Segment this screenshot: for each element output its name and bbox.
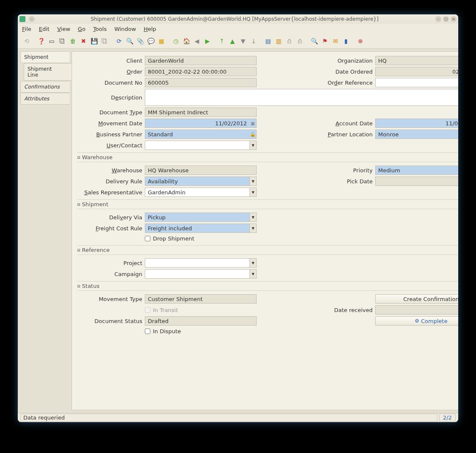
product-icon[interactable]: ▮ <box>341 36 351 46</box>
field-date-received[interactable] <box>375 305 458 315</box>
menu-tools[interactable]: Tools <box>93 26 107 32</box>
field-campaign[interactable]: ▼ <box>145 269 257 279</box>
back-icon[interactable]: ◀ <box>192 36 202 46</box>
field-freight-cost-rule[interactable]: Freight included ▼ <box>145 224 257 233</box>
label-partner-location: Partner Location <box>303 131 375 138</box>
field-pick-date[interactable] <box>375 177 458 186</box>
saveall-icon[interactable]: ⿻ <box>100 36 109 46</box>
label-client: Client <box>77 58 145 64</box>
print-icon[interactable]: ⎙ <box>295 36 304 46</box>
menu-go[interactable]: Go <box>78 26 86 32</box>
close-icon[interactable]: × <box>451 16 457 22</box>
archive-icon[interactable]: ▥ <box>274 36 283 46</box>
field-project[interactable]: ▼ <box>145 258 257 268</box>
chevron-down-icon[interactable]: ▼ <box>249 188 256 196</box>
menu-window[interactable]: Window <box>114 26 136 32</box>
exit-icon[interactable]: ⊗ <box>356 36 365 46</box>
label-description: Description <box>77 94 145 101</box>
tab-attributes[interactable]: Attributes <box>20 93 69 105</box>
field-user-contact[interactable]: ▼ <box>145 141 257 150</box>
field-delivery-via[interactable]: Pickup ▼ <box>145 213 257 222</box>
up-icon[interactable]: ▲ <box>228 36 237 46</box>
save-icon[interactable]: 💾 <box>89 36 99 46</box>
field-warehouse[interactable]: HQ Warehouse <box>145 166 257 175</box>
menu-help[interactable]: Help <box>144 26 156 32</box>
print-preview-icon[interactable]: ⎙ <box>285 36 294 46</box>
delete-icon[interactable]: 🗑 <box>68 36 77 46</box>
create-confirmation-button[interactable]: Create Confirmation <box>375 294 458 304</box>
chevron-down-icon[interactable]: ▼ <box>249 270 256 278</box>
field-order[interactable]: 80001_2002-02-22 00:00:00 <box>145 67 257 76</box>
delete2-icon[interactable]: ✖ <box>79 36 88 46</box>
forward-icon[interactable]: ▶ <box>203 36 212 46</box>
workflow-icon[interactable]: ⚑ <box>320 36 329 46</box>
chevron-down-icon[interactable]: ▼ <box>249 224 256 232</box>
label-account-date: Account Date <box>303 120 375 127</box>
label-document-status: Document Status <box>77 318 145 324</box>
report-icon[interactable]: ▤ <box>263 36 273 46</box>
undo-icon[interactable]: ⟲ <box>22 36 31 46</box>
field-partner-location[interactable]: Monroe ▼ <box>375 130 458 139</box>
menubar: File Edit View Go Tools Window Help <box>18 24 458 34</box>
field-sales-rep[interactable]: GardenAdmin ▼ <box>145 188 257 197</box>
down-icon[interactable]: ▼ <box>238 36 248 46</box>
tab-shipment-line[interactable]: ShipmentLine <box>24 63 74 81</box>
field-delivery-rule[interactable]: Availability ▼ <box>145 177 257 186</box>
label-business-partner: Business Partner <box>77 131 145 138</box>
chevron-down-icon[interactable]: ▼ <box>249 213 256 221</box>
first-icon[interactable]: ⤒ <box>217 36 227 46</box>
chevron-down-icon[interactable]: ▼ <box>249 177 256 185</box>
field-movement-type[interactable]: Customer Shipment <box>145 294 257 304</box>
collapse-icon[interactable]: ⊟ <box>77 248 80 252</box>
last-icon[interactable]: ⤓ <box>249 36 258 46</box>
field-document-no[interactable]: 600005 <box>145 78 257 87</box>
help-icon[interactable]: ❓ <box>36 36 46 46</box>
tab-confirmations[interactable]: Confirmations <box>20 81 69 93</box>
grid-icon[interactable]: ▦ <box>157 36 166 46</box>
collapse-icon[interactable]: ⊟ <box>77 284 80 288</box>
checkbox-drop-shipment[interactable]: Drop Shipment <box>145 235 194 243</box>
checkbox-in-dispute[interactable]: In Dispute <box>145 327 181 335</box>
calendar-icon[interactable]: ▦ <box>249 119 256 127</box>
field-client[interactable]: GardenWorld <box>145 56 257 65</box>
chat-icon[interactable]: 💬 <box>146 36 155 46</box>
field-organization[interactable]: HQ <box>375 56 458 65</box>
field-document-type[interactable]: MM Shipment Indirect <box>145 108 257 117</box>
field-document-status[interactable]: Drafted <box>145 316 257 326</box>
chevron-down-icon[interactable]: ▼ <box>249 259 256 267</box>
checkbox-in-transit: In Transit <box>145 306 257 314</box>
history-icon[interactable]: ◷ <box>171 36 180 46</box>
request-icon[interactable]: ✉ <box>331 36 340 46</box>
minimize-icon[interactable]: – <box>435 16 441 22</box>
refresh-icon[interactable]: ⟳ <box>114 36 124 46</box>
home-icon[interactable]: 🏠 <box>182 36 191 46</box>
maximize-icon[interactable]: ▢ <box>443 16 449 22</box>
label-project: Project <box>77 260 145 266</box>
copy-icon[interactable]: ⿻ <box>58 36 67 46</box>
menu-view[interactable]: View <box>57 26 70 32</box>
field-priority[interactable]: Medium ▼ <box>375 166 458 175</box>
attach-icon[interactable]: 📎 <box>136 36 145 46</box>
collapse-icon[interactable]: ⊟ <box>77 202 80 207</box>
find-icon[interactable]: 🔍 <box>125 36 134 46</box>
field-order-reference[interactable] <box>375 78 458 87</box>
complete-button[interactable]: ⚙ Complete <box>375 316 458 326</box>
field-account-date[interactable]: 11/02/2012 ▦ <box>375 119 458 128</box>
zoom-icon[interactable]: 🔍 <box>310 36 319 46</box>
field-description[interactable] <box>145 89 458 106</box>
label-user-contact: User/Contact <box>77 142 145 149</box>
new-icon[interactable]: ▭ <box>47 36 56 46</box>
field-movement-date[interactable]: 11/02/2012 ▦ <box>145 119 257 128</box>
field-date-ordered[interactable]: 02/22/2002 <box>375 67 458 76</box>
field-business-partner[interactable]: Standard 🔒 <box>145 130 257 139</box>
label-pick-date: Pick Date <box>303 178 375 185</box>
collapse-icon[interactable]: – <box>29 16 35 22</box>
tab-shipment[interactable]: Shipment <box>20 51 69 63</box>
lock-icon: 🔒 <box>249 132 256 137</box>
collapse-icon[interactable]: ⊟ <box>77 155 80 160</box>
menu-file[interactable]: File <box>22 26 31 32</box>
form-panel: Client GardenWorld Organization HQ Order… <box>72 51 458 410</box>
content-area: Shipment ShipmentLine Confirmations Attr… <box>18 48 458 413</box>
menu-edit[interactable]: Edit <box>39 26 50 32</box>
chevron-down-icon[interactable]: ▼ <box>249 141 256 149</box>
